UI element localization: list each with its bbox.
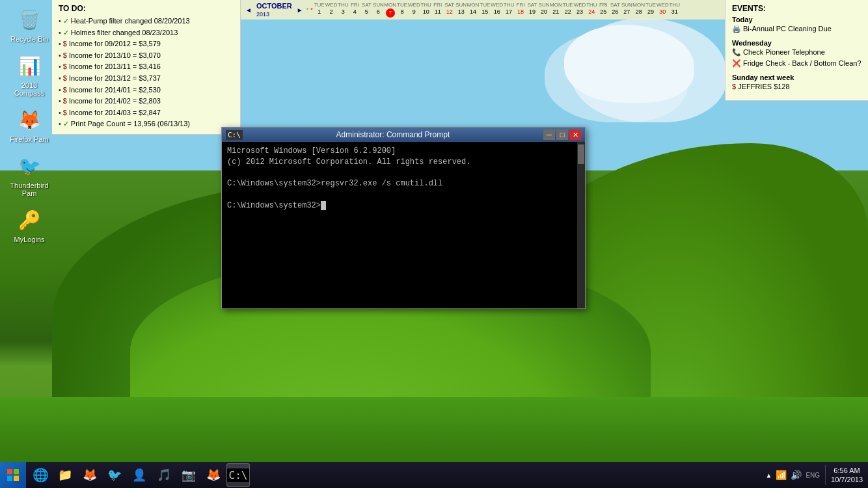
cmd-line-6: C:\Windows\system32>: [227, 200, 571, 211]
tray-language-icon: ENG: [806, 472, 820, 479]
recycle-bin-image: 🗑️: [16, 7, 42, 33]
firefox-icon[interactable]: 🦊 Firefox Pam: [7, 107, 52, 143]
taskbar-media-icon[interactable]: 🎵: [152, 463, 176, 487]
compass-image: 📊: [16, 53, 42, 79]
taskbar-right: ▲ 📶 🔊 ENG 6:56 AM 10/7/2013: [760, 465, 868, 485]
mylogins-label: MyLogins: [14, 236, 44, 243]
todo-item-6: • $ Income for 2013/12 = $3,737: [59, 73, 234, 85]
mylogins-icon[interactable]: 🔑 MyLogins: [7, 207, 52, 243]
event-day-sunday: Sunday next week: [732, 74, 861, 81]
cmd-controls: ─ □ ✕: [543, 129, 581, 140]
cal-day-28: MON28: [632, 2, 645, 18]
calendar-bar: ◄ OCTOBER2013 ► * * TUE1 WED2 THU3 FRI4 …: [241, 0, 725, 20]
start-button[interactable]: [0, 462, 26, 488]
tray-volume-icon[interactable]: 🔊: [791, 470, 802, 480]
taskbar-thunderbird-icon[interactable]: 🐦: [103, 463, 126, 487]
thunderbird-image: 🐦: [16, 153, 42, 179]
todo-item-1: • ✓ Heat-Pump filter changed 08/20/2013: [59, 16, 234, 27]
todo-item-5: • $ Income for 2013/11 = $3,416: [59, 61, 234, 73]
tray-network-icon: 📶: [776, 470, 787, 480]
taskbar-cmd-icon[interactable]: C:\: [226, 463, 250, 487]
recycle-bin-label: Recycle Bin: [10, 35, 48, 43]
thunderbird-label: Thunderbird Pam: [10, 182, 48, 197]
firefox-label: Firefox Pam: [10, 135, 48, 143]
cal-day-14: MON14: [467, 2, 480, 18]
cal-next[interactable]: ►: [295, 7, 305, 14]
taskbar: 🌐 📁 🦊 🐦 👤 🎵 📷 🦊 C:\ ▲ 📶 🔊: [0, 462, 868, 488]
cmd-body: Microsoft Windows [Version 6.2.9200] (c)…: [222, 142, 585, 308]
taskbar-firefox-icon[interactable]: 🦊: [78, 463, 102, 487]
todo-panel: TO DO: • ✓ Heat-Pump filter changed 08/2…: [52, 0, 241, 135]
minimize-button[interactable]: ─: [543, 129, 555, 140]
taskbar-explorer-icon[interactable]: 📁: [53, 463, 77, 487]
system-clock[interactable]: 6:56 AM 10/7/2013: [831, 466, 863, 485]
thunderbird-icon[interactable]: 🐦 Thunderbird Pam: [7, 153, 52, 197]
cal-day-19: SAT19: [526, 2, 538, 18]
svg-rect-2: [7, 476, 12, 481]
calendar-days: TUE1 WED2 THU3 FRI4 SAT5 SUN6 MON7 TUE8 …: [314, 2, 722, 18]
cmd-line-3: [227, 168, 571, 179]
firefox-image: 🦊: [16, 107, 42, 133]
todo-item-4: • $ Income for 2013/10 = $3,070: [59, 50, 234, 62]
cal-day-31: THU31: [669, 2, 681, 18]
cmd-line-4: C:\Windows\system32>regsvr32.exe /s cmut…: [227, 178, 571, 189]
tray-arrow-icon[interactable]: ▲: [765, 472, 772, 479]
cal-day-29: TUE29: [645, 2, 657, 18]
todo-item-8: • $ Income for 2014/02 = $2,803: [59, 96, 234, 107]
taskbar-firefox2-icon[interactable]: 🦊: [202, 463, 225, 487]
cal-day-16: WED16: [491, 2, 503, 18]
todo-item-7: • $ Income for 2014/01 = $2,530: [59, 85, 234, 96]
cursor: [321, 201, 326, 210]
taskbar-user-icon[interactable]: 👤: [128, 463, 151, 487]
cal-day-6: SUN6: [372, 2, 384, 18]
cmd-window[interactable]: C:\ Administrator: Command Prompt ─ □ ✕ …: [221, 127, 586, 309]
cal-day-1: TUE1: [314, 2, 325, 18]
close-button[interactable]: ✕: [569, 129, 581, 140]
cal-day-4: FRI4: [349, 2, 360, 18]
cal-day-9: WED9: [408, 2, 420, 18]
todo-item-9: • $ Income for 2014/03 = $2,847: [59, 107, 234, 119]
cal-day-17: THU17: [503, 2, 515, 18]
compass-icon[interactable]: 📊 2013 Compass: [7, 53, 52, 97]
todo-item-3: • $ Income for 09/2012 = $3,579: [59, 38, 234, 50]
event-section-sunday: Sunday next week $ JEFFRIES $128: [732, 74, 861, 93]
svg-rect-3: [14, 476, 19, 481]
event-day-wednesday: Wednesday: [732, 39, 861, 47]
event-day-today: Today: [732, 16, 861, 23]
taskbar-pinned-icons: 🌐 📁 🦊 🐦 👤 🎵 📷 🦊 C:\: [26, 463, 252, 487]
clock-time: 6:56 AM: [831, 466, 863, 475]
event-item-fridge: ❌ Fridge Check - Back / Bottom Clean?: [732, 58, 861, 70]
cal-day-18: FRI18: [515, 2, 526, 18]
cmd-line-5: [227, 189, 571, 200]
clock-date: 10/7/2013: [831, 475, 863, 484]
recycle-bin-icon[interactable]: 🗑️ Recycle Bin: [7, 7, 52, 43]
cmd-line-2: (c) 2012 Microsoft Corporation. All righ…: [227, 157, 571, 168]
event-item-pioneer: 📞 Check Pioneer Telephone: [732, 47, 861, 59]
maximize-button[interactable]: □: [556, 129, 568, 140]
event-section-today: Today 🖨️ Bi-Annual PC Cleaning Due: [732, 16, 861, 35]
cmd-scrollbar[interactable]: [577, 142, 585, 308]
cal-day-20: SUN20: [538, 2, 550, 18]
cal-prev[interactable]: ◄: [243, 7, 254, 14]
cal-day-8: TUE8: [396, 2, 408, 18]
cmd-titlebar[interactable]: C:\ Administrator: Command Prompt ─ □ ✕: [222, 128, 585, 142]
taskbar-ie-icon[interactable]: 🌐: [29, 463, 52, 487]
cmd-title-icon: C:\: [226, 130, 243, 140]
event-section-wednesday: Wednesday 📞 Check Pioneer Telephone ❌ Fr…: [732, 39, 861, 70]
event-item-jeffries: $ JEFFRIES $128: [732, 81, 861, 93]
taskbar-camera-icon[interactable]: 📷: [177, 463, 200, 487]
compass-label: 2013 Compass: [14, 81, 44, 97]
system-tray: ▲ 📶 🔊 ENG: [765, 470, 820, 480]
cal-day-3: THU3: [337, 2, 349, 18]
cal-month: OCTOBER2013: [254, 2, 295, 18]
cal-day-26: SAT26: [609, 2, 621, 18]
cal-day-5: SAT5: [360, 2, 372, 18]
cal-day-10: THU10: [420, 2, 432, 18]
cmd-scroll-thumb[interactable]: [578, 144, 584, 164]
events-title: EVENTS:: [732, 4, 861, 13]
cal-day-7: MON7: [384, 2, 396, 18]
cal-day-23: WED23: [574, 2, 586, 18]
cal-day-2: WED2: [325, 2, 338, 18]
windows-logo-icon: [7, 468, 20, 481]
cmd-text: Microsoft Windows [Version 6.2.9200] (c)…: [227, 146, 580, 211]
